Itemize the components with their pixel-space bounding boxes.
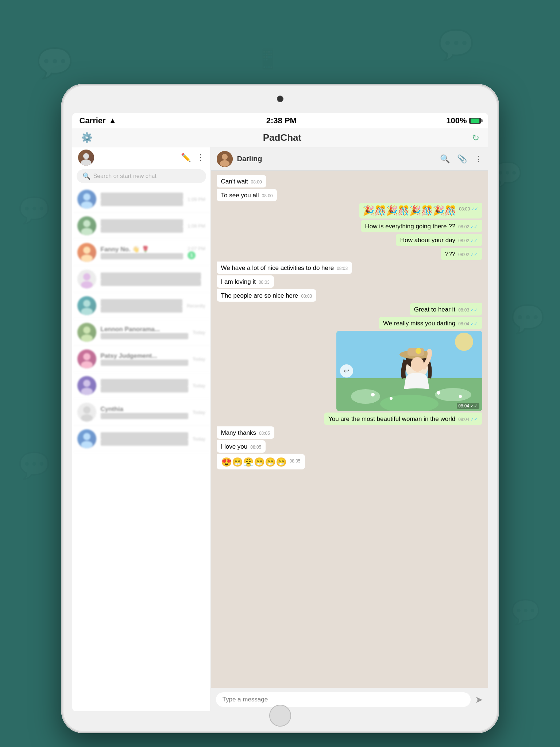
list-item[interactable]: •• •/•• •••• • Whats link Recently: [72, 293, 211, 319]
status-bar: Carrier ▲ 2:38 PM 100%: [72, 113, 488, 128]
message-bubble: To see you all 08:00: [217, 189, 277, 201]
message-text: Great to hear it: [414, 306, 455, 313]
svg-point-46: [351, 389, 380, 404]
contact-time: Today: [193, 330, 205, 335]
compose-icon[interactable]: ✏️: [181, 153, 191, 162]
message-bubble: We really miss you darling 08:04 ✓✓: [379, 317, 482, 329]
list-item[interactable]: Lennon Panorama... ///90 Today: [72, 319, 211, 346]
message-time: 08:05: [250, 445, 261, 450]
list-item[interactable]: Fanny No. 👋 🌹 •• (0,53) •••••• 5 rooms 2…: [72, 239, 211, 266]
battery-label: 100%: [446, 116, 467, 125]
contact-name: •• (900) 200. 090: [101, 379, 188, 386]
ipad-camera: [277, 96, 283, 102]
contact-meta: Today: [193, 436, 205, 442]
list-item[interactable]: Patsy Judgement... •• ••••• •• ••••• Tod…: [72, 346, 211, 372]
contact-info: Cynthia ••: [101, 406, 188, 419]
list-item[interactable]: •••• •••• •••• •• •••••••• ••• 1:08 PM: [72, 213, 211, 239]
message-text: We have a lot of nice activities to do h…: [221, 264, 334, 271]
contact-info: •• •/•• •••• • Whats link: [101, 299, 182, 313]
message-time: 08:05: [259, 431, 270, 436]
unread-badge: 1: [188, 251, 196, 259]
message-text: I am loving it: [221, 278, 256, 285]
svg-point-18: [83, 153, 89, 159]
contact-name: •••• •••• ••••: [101, 219, 184, 227]
message-bubble: We have a lot of nice activities to do h…: [217, 262, 352, 274]
contact-time: 1:09 PM: [188, 197, 205, 202]
avatar: [77, 376, 96, 395]
send-button[interactable]: ➤: [475, 694, 483, 705]
message-time: 08:00: [251, 179, 262, 185]
message-bubble: I love you 08:05: [217, 440, 266, 453]
ipad-frame: Carrier ▲ 2:38 PM 100% ⚙️ PadChat ↻: [61, 84, 499, 733]
list-item[interactable]: Whatschat Dance... •• 0.000 100 8.0Pace: [72, 266, 211, 293]
settings-icon[interactable]: ⚙️: [81, 132, 93, 143]
sidebar-action-icons: ✏️ ⋮: [181, 153, 205, 162]
chat-contact-avatar[interactable]: [217, 151, 233, 167]
refresh-icon[interactable]: ↻: [472, 133, 479, 143]
svg-point-29: [81, 308, 93, 315]
image-preview: ↩ 08:04 ✓✓: [336, 331, 482, 411]
contact-message: •• •••••••• •••: [101, 227, 184, 233]
contact-meta: Today: [193, 383, 205, 388]
contact-time: Today: [193, 410, 205, 415]
message-bubble: How is everything going there ?? 08:02 ✓…: [361, 220, 482, 232]
avatar: [77, 270, 96, 289]
contact-meta: Today: [193, 356, 205, 362]
chat-header: Darling 🔍 📎 ⋮: [211, 147, 488, 171]
contact-name: Patsy Judgement...: [101, 352, 188, 360]
contact-message: ///90: [101, 333, 188, 339]
message-text: To see you all: [221, 192, 259, 199]
svg-point-27: [81, 281, 93, 289]
list-item[interactable]: •• 6000 1000 Yoo u•present Today: [72, 426, 211, 452]
sidebar-header: ✏️ ⋮: [72, 147, 211, 168]
forward-button[interactable]: ↩: [340, 364, 353, 378]
contact-time: 2:07 PM: [188, 246, 205, 251]
message-time: 08:00: [262, 193, 273, 198]
svg-point-30: [83, 326, 90, 334]
avatar: [77, 323, 96, 342]
list-item[interactable]: ••• •••• •••• • Sorrento nelle... 1:09 P…: [72, 186, 211, 213]
message-time: 08:05: [290, 458, 301, 464]
contact-meta: Recently: [187, 303, 205, 309]
message-time: 08:03: [259, 280, 270, 285]
svg-point-57: [416, 348, 421, 354]
svg-point-41: [222, 154, 228, 160]
search-bar[interactable]: 🔍 Search or start new chat: [77, 169, 206, 183]
message-text: I love you: [221, 443, 248, 450]
avatar: [77, 403, 96, 422]
search-icon: 🔍: [82, 172, 90, 180]
more-icon[interactable]: ⋮: [197, 153, 205, 162]
user-avatar[interactable]: [78, 150, 94, 166]
contact-time: Recently: [187, 303, 205, 309]
list-item[interactable]: •• (900) 200. 090 •• expresspoort that T…: [72, 372, 211, 399]
attach-icon[interactable]: 📎: [457, 154, 467, 164]
svg-point-39: [81, 441, 93, 448]
message-bubble: ??? 08:02 ✓✓: [441, 248, 482, 260]
svg-point-33: [81, 361, 93, 368]
svg-point-35: [81, 388, 93, 395]
contact-info: Lennon Panorama... ///90: [101, 326, 188, 339]
ipad-home-button[interactable]: [269, 705, 291, 727]
message-bubble: You are the most beautiful woman in the …: [324, 413, 482, 425]
contact-meta: 1:08 PM: [188, 223, 205, 229]
chat-actions: 🔍 📎 ⋮: [440, 154, 482, 164]
contact-message: •• (0,53) •••••• 5 rooms: [101, 253, 184, 259]
message-bubble: I am loving it 08:03: [217, 275, 274, 288]
message-bubble: 🎉🎊🎉🎊🎉🎊🎉🎊 08:00 ✓✓: [359, 203, 482, 218]
contact-time: Today: [193, 436, 205, 442]
contact-message: •• 0.000 100 8.0Pace: [101, 280, 201, 286]
message-input[interactable]: [216, 692, 471, 707]
contact-info: Patsy Judgement... •• ••••• •• •••••: [101, 352, 188, 366]
contact-name: Cynthia: [101, 406, 188, 413]
contact-info: Fanny No. 👋 🌹 •• (0,53) •••••• 5 rooms: [101, 245, 184, 259]
message-bubble: Great to hear it 08:03 ✓✓: [410, 303, 482, 316]
list-item[interactable]: Cynthia •• Today: [72, 399, 211, 426]
app-header: ⚙️ PadChat ↻: [72, 128, 488, 147]
message-text: How about your day: [400, 237, 455, 244]
image-timestamp: 08:04 ✓✓: [457, 403, 479, 409]
avatar: [77, 216, 96, 235]
carrier-label: Carrier: [80, 116, 106, 125]
message-bubble: 😍😁😤😁😁😁 08:05: [217, 454, 305, 469]
search-chat-icon[interactable]: 🔍: [440, 154, 450, 164]
more-options-icon[interactable]: ⋮: [474, 154, 482, 164]
